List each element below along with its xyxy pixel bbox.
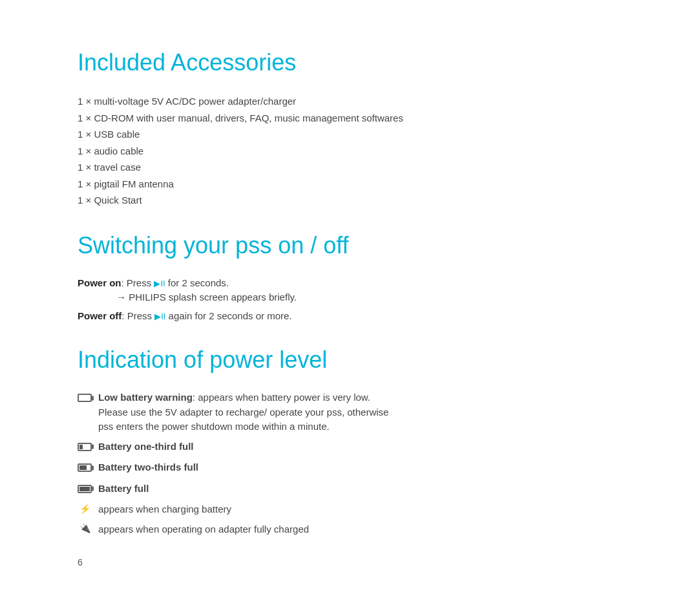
charging-text: appears when charging battery — [98, 502, 231, 517]
power-on-duration: for 2 seconds. — [165, 277, 229, 288]
page-number: 6 — [78, 556, 620, 569]
low-battery-bold: Low battery warning — [98, 392, 193, 403]
accessories-list-item: 1 × USB cable — [78, 126, 620, 143]
battery-twothirds-bold: Battery two-thirds full — [98, 462, 198, 473]
power-off-text: : Press — [122, 310, 154, 321]
low-battery-icon — [78, 392, 92, 407]
power-on-item: Power on: Press ▶II for 2 seconds. → PHI… — [78, 276, 620, 305]
battery-twothirds-text: Battery two-thirds full — [98, 460, 198, 475]
battery-full-visual — [78, 485, 92, 493]
accessories-list-item: 1 × travel case — [78, 159, 620, 176]
battery-twothirds-icon — [78, 462, 92, 476]
power-off-label: Power off — [78, 310, 122, 321]
battery-item-adapter: 🔌 appears when operating on adapter full… — [78, 522, 620, 537]
power-off-duration: again for 2 seconds or more. — [165, 310, 291, 321]
switching-title: Switching your pss on / off — [78, 228, 620, 263]
battery-third-visual — [78, 443, 92, 451]
adapter-icon: 🔌 — [78, 524, 92, 534]
play-pause-icon-on: ▶II — [154, 277, 165, 290]
accessories-list-item: 1 × audio cable — [78, 143, 620, 160]
battery-empty-icon — [78, 394, 92, 402]
accessories-list: 1 × multi-voltage 5V AC/DC power adapter… — [78, 93, 620, 209]
page-container: Included Accessories 1 × multi-voltage 5… — [0, 0, 698, 608]
accessories-title: Included Accessories — [78, 45, 620, 80]
battery-third-bold: Battery one-third full — [98, 441, 194, 452]
accessories-section: Included Accessories 1 × multi-voltage 5… — [78, 45, 620, 209]
charging-icon: ⚡ — [78, 504, 92, 514]
battery-item-low: Low battery warning: appears when batter… — [78, 390, 620, 434]
accessories-list-item: 1 × pigtail FM antenna — [78, 176, 620, 193]
accessories-list-item: 1 × CD-ROM with user manual, drivers, FA… — [78, 110, 620, 127]
play-pause-icon-off: ▶II — [154, 310, 165, 323]
battery-item-twothirds: Battery two-thirds full — [78, 460, 620, 476]
battery-full-icon — [78, 483, 92, 498]
adapter-text: appears when operating on adapter fully … — [98, 522, 309, 537]
battery-full-text: Battery full — [98, 482, 149, 496]
power-on-arrow: → PHILIPS splash screen appears briefly. — [116, 290, 297, 305]
power-level-title: Indication of power level — [78, 343, 620, 377]
power-on-text: : Press — [122, 277, 154, 288]
power-level-section: Indication of power level Low battery wa… — [78, 343, 620, 536]
battery-twothirds-visual — [78, 463, 92, 472]
battery-list: Low battery warning: appears when batter… — [78, 390, 620, 536]
battery-item-charging: ⚡ appears when charging battery — [78, 502, 620, 517]
battery-third-text: Battery one-third full — [98, 440, 194, 454]
low-battery-text: Low battery warning: appears when batter… — [98, 390, 388, 434]
power-on-label: Power on — [78, 277, 122, 288]
battery-item-full: Battery full — [78, 482, 620, 498]
battery-third-icon — [78, 441, 92, 456]
battery-item-third: Battery one-third full — [78, 440, 620, 456]
power-off-item: Power off: Press ▶II again for 2 seconds… — [78, 309, 620, 324]
battery-full-bold: Battery full — [98, 483, 149, 494]
accessories-list-item: 1 × Quick Start — [78, 192, 620, 209]
accessories-list-item: 1 × multi-voltage 5V AC/DC power adapter… — [78, 93, 620, 110]
switching-section: Switching your pss on / off Power on: Pr… — [78, 228, 620, 324]
